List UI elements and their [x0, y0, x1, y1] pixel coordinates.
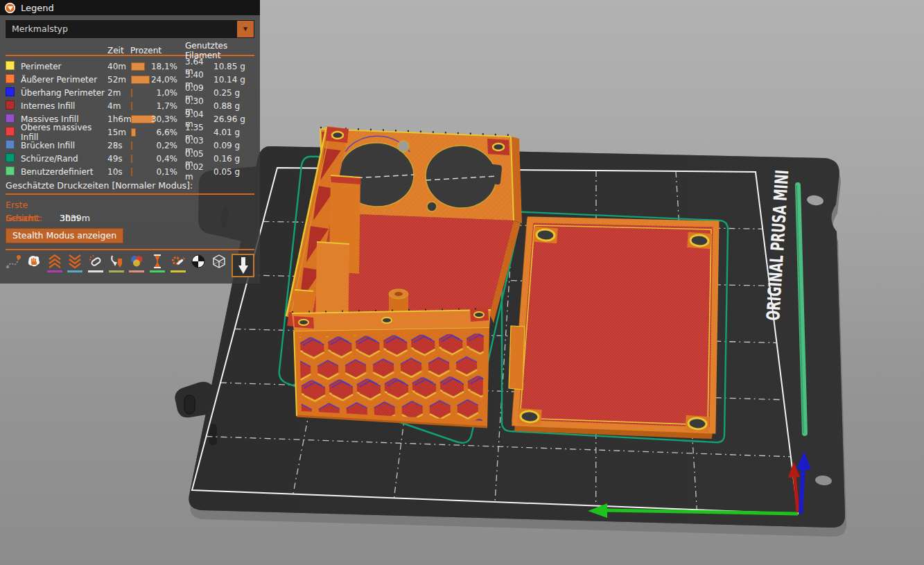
- retractions-icon[interactable]: [46, 254, 62, 272]
- feature-weight: 0.88 g: [209, 101, 254, 111]
- percent-bar: [131, 102, 132, 110]
- legend-panel: Legend Merkmalstyp ▼ Zeit Prozent Genutz…: [0, 0, 260, 284]
- feature-color-swatch: [6, 140, 15, 149]
- legend-body: Merkmalstyp ▼ Zeit Prozent Genutztes Fil…: [0, 15, 260, 284]
- feature-percent-cell: 1,7%: [130, 100, 179, 113]
- feature-name: Überhang Perimeter: [21, 88, 107, 98]
- feature-length: 0.02 m: [179, 162, 209, 182]
- lid-side-tab: [509, 326, 525, 390]
- feature-weight: 0.16 g: [209, 154, 254, 164]
- dropdown-arrow-button[interactable]: ▼: [237, 21, 254, 37]
- feature-time: 28s: [107, 141, 130, 150]
- feature-color-swatch: [6, 114, 15, 123]
- feature-percent-cell: 0,1%: [130, 166, 179, 179]
- small-hole-mid: [427, 202, 437, 211]
- travel-moves-icon[interactable]: [6, 254, 21, 269]
- feature-time: 1h6m: [107, 114, 130, 124]
- wipe-moves-icon[interactable]: [26, 254, 42, 269]
- percent-bar: [131, 89, 132, 97]
- feature-name: Oberes massives Infill: [21, 123, 107, 142]
- feature-time: 40m: [107, 62, 130, 71]
- percent-bar: [131, 141, 132, 150]
- feature-percent: 1,7%: [157, 101, 178, 111]
- header-percent: Prozent: [130, 46, 179, 55]
- legend-title: Legend: [21, 3, 54, 13]
- feature-name: Perimeter: [21, 62, 107, 71]
- feature-name: Internes Infill: [21, 101, 107, 111]
- feature-color-swatch: [6, 127, 15, 136]
- percent-bar: [131, 155, 132, 163]
- percent-bar: [131, 62, 145, 71]
- small-hole-top: [398, 141, 409, 152]
- printed-object-enclosure: [286, 126, 522, 427]
- retractions-underline: [47, 270, 62, 272]
- feature-percent-cell: 0,4%: [130, 153, 179, 166]
- print-times-heading: Geschätzte Druckzeiten [Normaler Modus]:: [6, 180, 254, 191]
- feature-weight: 26.96 g: [209, 114, 254, 124]
- legend-titlebar: Legend: [0, 0, 260, 15]
- feature-color-swatch: [6, 101, 15, 110]
- bed-pin-left: [184, 395, 195, 414]
- feature-percent: 18,1%: [151, 62, 177, 71]
- center-of-gravity-icon[interactable]: [191, 254, 207, 269]
- feature-time: 10s: [107, 167, 130, 177]
- feature-name: Äußerer Perimeter: [21, 75, 107, 85]
- color-changes-underline: [129, 270, 144, 272]
- feature-percent: 6,6%: [157, 128, 178, 137]
- feature-color-swatch: [6, 74, 15, 83]
- feature-color-swatch: [6, 153, 15, 162]
- pause-prints-underline: [150, 270, 165, 272]
- tool-changes-underline: [109, 270, 124, 272]
- feature-time: 52m: [107, 75, 130, 85]
- feature-time: 15m: [107, 128, 130, 137]
- seams-icon[interactable]: [88, 254, 104, 272]
- percent-bar: [131, 128, 136, 137]
- feature-percent-cell: 24,0%: [130, 73, 179, 87]
- seams-underline: [88, 270, 103, 272]
- stealth-mode-button[interactable]: Stealth Modus anzeigen: [6, 228, 123, 243]
- feature-percent-cell: 1,0%: [130, 87, 179, 100]
- custom-gcode-icon[interactable]: [170, 254, 186, 272]
- tool-changes-icon[interactable]: [108, 254, 124, 272]
- total-time-label: Gesamt:: [6, 211, 57, 225]
- deretractions-icon[interactable]: [67, 254, 83, 272]
- pause-prints-icon[interactable]: [150, 254, 166, 272]
- corner-boss: [487, 139, 509, 155]
- header-time: Zeit: [107, 46, 130, 55]
- divider: [6, 193, 254, 195]
- tool-marker-icon[interactable]: [232, 254, 254, 277]
- feature-weight: 4.01 g: [209, 128, 254, 137]
- legend-collapse-icon[interactable]: [5, 3, 15, 13]
- feature-weight: 0.09 g: [209, 141, 254, 150]
- feature-weight: 10.14 g: [209, 75, 254, 85]
- deretractions-underline: [67, 270, 82, 272]
- feature-weight: 10.85 g: [209, 62, 254, 71]
- feature-percent-cell: 0,2%: [130, 139, 179, 153]
- legend-rows: Perimeter 40m 18,1% 3.64 m 10.85 g Äußer…: [6, 57, 254, 175]
- feature-color-swatch: [6, 166, 15, 175]
- feature-percent: 30,3%: [151, 114, 177, 124]
- feature-name: Benutzerdefiniert: [21, 167, 107, 177]
- feature-time: 49s: [107, 154, 130, 164]
- color-changes-icon[interactable]: [129, 254, 145, 272]
- feature-name: Brücken Infill: [21, 141, 107, 150]
- feature-time: 4m: [107, 101, 130, 111]
- feature-color-swatch: [6, 87, 15, 96]
- bed-pin-left2: [209, 424, 217, 445]
- feature-percent-cell: 18,1%: [130, 60, 179, 73]
- shells-icon[interactable]: [211, 254, 227, 269]
- feature-percent-cell: 30,3%: [130, 113, 179, 126]
- feature-weight: 0.25 g: [209, 88, 254, 98]
- feature-time: 2m: [107, 88, 130, 98]
- honeycomb-face: [294, 328, 489, 427]
- custom-gcode-underline: [171, 270, 186, 272]
- view-type-value[interactable]: Merkmalstyp: [6, 21, 237, 37]
- feature-percent-cell: 6,6%: [130, 126, 179, 139]
- feature-percent: 24,0%: [151, 75, 177, 85]
- feature-name: Schürze/Rand: [21, 154, 107, 164]
- axis-z: [801, 466, 803, 514]
- view-type-dropdown[interactable]: Merkmalstyp ▼: [6, 20, 254, 38]
- feature-weight: 0.05 g: [209, 167, 254, 177]
- feature-color-swatch: [6, 61, 15, 70]
- percent-bar: [131, 168, 132, 176]
